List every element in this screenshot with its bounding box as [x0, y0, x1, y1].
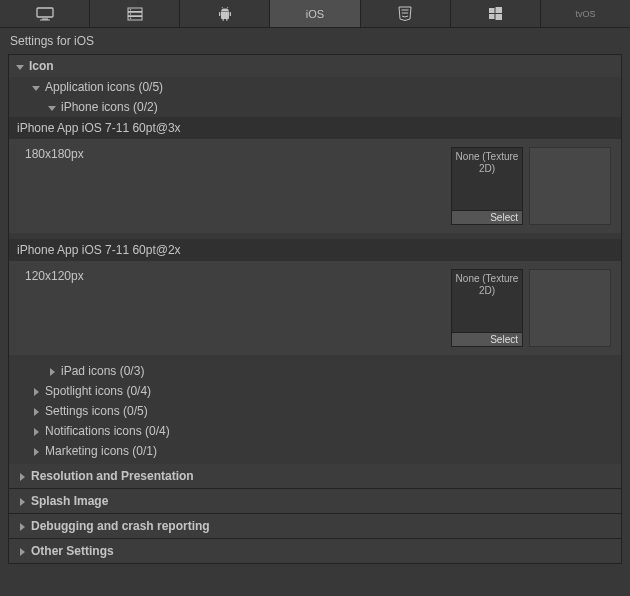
svg-rect-10 — [230, 12, 231, 16]
svg-rect-18 — [495, 14, 502, 20]
iphone-icons-label: iPhone icons (0/2) — [61, 100, 158, 114]
svg-rect-2 — [40, 19, 50, 20]
foldout-marketing-icons[interactable]: Marketing icons (0/1) — [9, 441, 621, 464]
foldout-right-icon — [17, 546, 27, 556]
monitor-icon — [36, 7, 54, 21]
foldout-notifications-icons[interactable]: Notifications icons (0/4) — [9, 421, 621, 441]
foldout-iphone-icons[interactable]: iPhone icons (0/2) — [9, 97, 621, 117]
tab-ios[interactable]: iOS — [270, 0, 360, 27]
texture-field[interactable]: None (Texture 2D) Select — [451, 269, 523, 347]
icon-slot: iPhone App iOS 7-11 60pt@2x 120x120px No… — [9, 239, 621, 355]
foldout-right-icon — [17, 521, 27, 531]
tab-ios-label: iOS — [306, 8, 324, 20]
texture-field-text: None (Texture 2D) — [452, 270, 522, 332]
section-other-title: Other Settings — [31, 544, 114, 558]
tab-windows[interactable] — [451, 0, 541, 27]
application-icons-label: Application icons (0/5) — [45, 80, 163, 94]
tab-tvos[interactable]: tvOS — [541, 0, 630, 27]
foldout-right-icon — [31, 406, 41, 416]
svg-rect-9 — [219, 12, 220, 16]
texture-field[interactable]: None (Texture 2D) Select — [451, 147, 523, 225]
android-icon — [217, 6, 233, 22]
tab-android[interactable] — [180, 0, 270, 27]
select-button[interactable]: Select — [452, 332, 522, 346]
foldout-application-icons[interactable]: Application icons (0/5) — [9, 77, 621, 97]
section-resolution-title: Resolution and Presentation — [31, 469, 194, 483]
icon-slot-header: iPhone App iOS 7-11 60pt@3x — [9, 117, 621, 139]
texture-field-text: None (Texture 2D) — [452, 148, 522, 210]
tab-server[interactable] — [90, 0, 180, 27]
tab-standalone[interactable] — [0, 0, 90, 27]
svg-rect-0 — [37, 8, 53, 17]
server-icon — [126, 7, 144, 21]
foldout-down-icon — [47, 102, 57, 112]
foldout-down-icon — [31, 82, 41, 92]
foldout-right-icon — [31, 426, 41, 436]
foldout-settings-icons[interactable]: Settings icons (0/5) — [9, 401, 621, 421]
foldout-right-icon — [17, 496, 27, 506]
section-other[interactable]: Other Settings — [9, 538, 621, 563]
icon-slot-size: 180x180px — [19, 147, 451, 225]
icon-preview — [529, 147, 611, 225]
icon-preview — [529, 269, 611, 347]
tab-webgl[interactable] — [361, 0, 451, 27]
foldout-right-icon — [31, 386, 41, 396]
platform-tabs: iOS tvOS — [0, 0, 630, 28]
settings-panel: Icon Application icons (0/5) iPhone icon… — [8, 54, 622, 564]
section-resolution[interactable]: Resolution and Presentation — [9, 464, 621, 488]
svg-line-13 — [222, 7, 223, 9]
select-button[interactable]: Select — [452, 210, 522, 224]
settings-icons-label: Settings icons (0/5) — [45, 404, 148, 418]
svg-rect-17 — [489, 14, 495, 19]
foldout-spotlight-icons[interactable]: Spotlight icons (0/4) — [9, 381, 621, 401]
section-splash[interactable]: Splash Image — [9, 488, 621, 513]
svg-rect-11 — [222, 18, 223, 20]
foldout-right-icon — [31, 446, 41, 456]
windows-icon — [488, 6, 503, 21]
foldout-down-icon — [15, 61, 25, 71]
section-icon-title: Icon — [29, 59, 54, 73]
notifications-icons-label: Notifications icons (0/4) — [45, 424, 170, 438]
page-title: Settings for iOS — [0, 28, 630, 54]
icon-slot-size: 120x120px — [19, 269, 451, 347]
html5-icon — [398, 6, 412, 22]
section-debugging[interactable]: Debugging and crash reporting — [9, 513, 621, 538]
tab-tvos-label: tvOS — [575, 9, 595, 19]
ipad-icons-label: iPad icons (0/3) — [61, 364, 144, 378]
spotlight-icons-label: Spotlight icons (0/4) — [45, 384, 151, 398]
section-debugging-title: Debugging and crash reporting — [31, 519, 210, 533]
svg-line-14 — [227, 7, 228, 9]
svg-rect-16 — [495, 7, 502, 13]
svg-point-8 — [130, 17, 131, 18]
foldout-right-icon — [17, 471, 27, 481]
svg-rect-15 — [489, 8, 495, 13]
foldout-right-icon — [47, 366, 57, 376]
svg-point-7 — [130, 13, 131, 14]
icon-slot-header: iPhone App iOS 7-11 60pt@2x — [9, 239, 621, 261]
foldout-ipad-icons[interactable]: iPad icons (0/3) — [9, 361, 621, 381]
section-icon[interactable]: Icon — [9, 55, 621, 77]
marketing-icons-label: Marketing icons (0/1) — [45, 444, 157, 458]
svg-point-6 — [130, 9, 131, 10]
section-splash-title: Splash Image — [31, 494, 108, 508]
svg-rect-12 — [226, 18, 227, 20]
icon-slot: iPhone App iOS 7-11 60pt@3x 180x180px No… — [9, 117, 621, 233]
